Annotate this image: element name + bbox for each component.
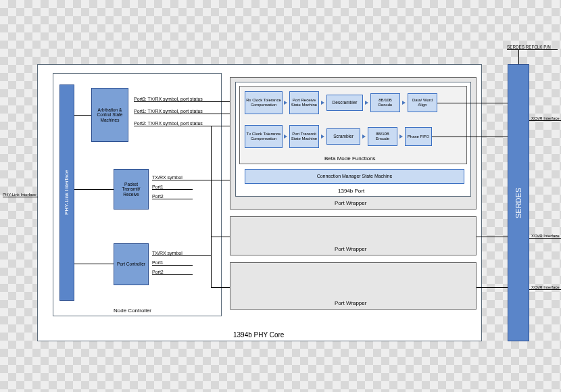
arb-port0: Port0: TX/RX symbol, port status	[134, 95, 215, 102]
descrambler: Descrambler	[326, 95, 363, 111]
ptr-row2: Port2	[152, 192, 193, 199]
node-controller-title: Node Controller	[114, 308, 151, 314]
beta-mode-title: Beta Mode Functions	[324, 155, 376, 162]
port-wrapper-3-label: Port Wrapper	[335, 300, 366, 306]
ptr-row0: TX/RX symbol	[152, 173, 193, 180]
port-1394b-label: 1394b Port	[338, 188, 364, 194]
tx-state-machine: Port Transmit State Machine	[289, 125, 319, 148]
data-word-align: Data/ Word Align	[408, 93, 437, 112]
ptr-row1: Port1	[152, 182, 193, 190]
rx-clock-comp: Rx Clock Tolerance Compensation	[245, 91, 283, 114]
arb-port1: Port1: TX/RX symbol, port status	[134, 107, 215, 114]
portctl-row0: TX/RX symbol	[152, 249, 193, 256]
arb-port2: Port2: TX/RX symbol, port status	[134, 119, 215, 126]
rx-state-machine: Port Receive State Machine	[289, 91, 319, 114]
scrambler: Scrambler	[326, 128, 360, 145]
port-wrapper-2-label: Port Wrapper	[335, 246, 366, 252]
port-controller-block: Port Controller	[114, 243, 149, 285]
phase-fifo: Phase FIFO	[405, 127, 432, 146]
arbitration-block: Arbitration & Control State Machines	[91, 88, 128, 142]
packet-tx-rx-block: Packet Transmit/ Receive	[114, 169, 149, 210]
serdes-refclk-label: SERDES REFCLK P/N	[507, 43, 558, 50]
phy-core-title: 1394b PHY Core	[233, 331, 284, 339]
portctl-row1: Port1	[152, 258, 193, 266]
port-wrapper-1-label: Port Wrapper	[335, 200, 366, 206]
tx-clock-comp: Tx Clock Tolerance Compensation	[245, 125, 283, 148]
portctl-row2: Port2	[152, 268, 193, 275]
8b10b-encode: 8B/10B Encode	[368, 127, 397, 146]
8b10b-decode: 8B/10B Decode	[370, 93, 400, 112]
connection-manager-sm: Connection Manager State Machine	[245, 169, 464, 184]
serdes-block: SERDES	[508, 64, 529, 341]
phy-link-interface-block: PHY-Link Interface	[59, 84, 74, 301]
